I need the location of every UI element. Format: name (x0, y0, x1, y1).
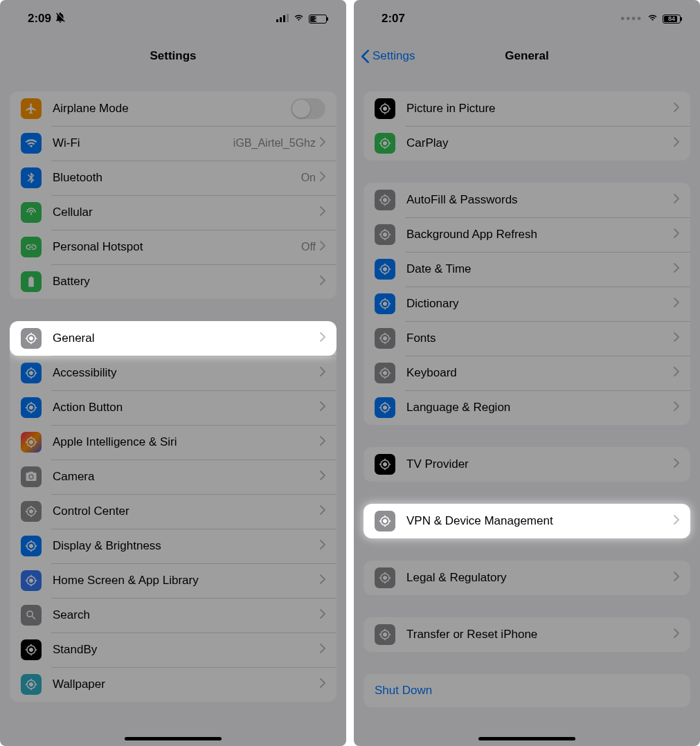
row-home-screen[interactable]: Home Screen & App Library (10, 563, 336, 598)
tv-provider-icon (375, 454, 395, 475)
bell-slash-icon (54, 11, 66, 27)
row-label: Home Screen & App Library (53, 574, 320, 588)
row-carplay[interactable]: CarPlay (364, 126, 690, 161)
status-time: 2:09 (28, 12, 51, 26)
row-autofill[interactable]: AutoFill & Passwords (364, 183, 690, 217)
row-control-center[interactable]: Control Center (10, 494, 336, 529)
back-label: Settings (373, 49, 415, 63)
settings-content[interactable]: Airplane Mode Wi-Fi iGB_Airtel_5Ghz Blue… (0, 75, 346, 746)
row-legal[interactable]: Legal & Regulatory (364, 561, 690, 595)
nav-title: Settings (150, 49, 196, 63)
chevron-right-icon (674, 514, 679, 528)
status-bar: 2:07 •••• 84 (354, 0, 700, 37)
row-action-button[interactable]: Action Button (10, 390, 336, 425)
chevron-right-icon (320, 171, 325, 185)
row-wifi[interactable]: Wi-Fi iGB_Airtel_5Ghz (10, 126, 336, 161)
home-screen-icon (21, 570, 42, 591)
row-battery[interactable]: Battery (10, 264, 336, 299)
toggle[interactable] (291, 98, 325, 119)
row-standby[interactable]: StandBy (10, 633, 336, 667)
battery-icon (21, 271, 42, 292)
row-value: Off (301, 241, 316, 253)
chevron-right-icon (320, 643, 325, 657)
row-label: Airplane Mode (53, 102, 291, 116)
row-airplane[interactable]: Airplane Mode (10, 91, 336, 126)
settings-group: VPN & Device Management (364, 504, 690, 538)
row-transfer-reset[interactable]: Transfer or Reset iPhone (364, 617, 690, 652)
row-value: On (301, 172, 316, 184)
chevron-right-icon (320, 608, 325, 622)
vpn-icon (375, 511, 395, 531)
row-label: Battery (53, 275, 320, 289)
keyboard-icon (375, 363, 395, 383)
row-wallpaper[interactable]: Wallpaper (10, 667, 336, 702)
fonts-icon (375, 328, 395, 349)
settings-group: General Accessibility Action Button Appl… (10, 321, 336, 702)
chevron-right-icon (320, 206, 325, 219)
chevron-right-icon (674, 297, 679, 311)
chevron-left-icon (361, 49, 370, 64)
autofill-icon (375, 190, 395, 210)
chevron-right-icon (320, 240, 325, 254)
wallpaper-icon (21, 674, 42, 695)
status-bar: 2:09 25 (0, 0, 346, 37)
row-label: Dictionary (406, 297, 674, 311)
row-vpn[interactable]: VPN & Device Management (364, 504, 690, 538)
home-indicator[interactable] (125, 737, 222, 740)
row-label: Accessibility (53, 366, 320, 380)
row-hotspot[interactable]: Personal Hotspot Off (10, 230, 336, 264)
row-accessibility[interactable]: Accessibility (10, 356, 336, 390)
row-bluetooth[interactable]: Bluetooth On (10, 161, 336, 195)
nav-bar: Settings General (354, 37, 700, 75)
chevron-right-icon (674, 331, 679, 345)
svg-rect-1 (280, 17, 282, 22)
row-fonts[interactable]: Fonts (364, 321, 690, 356)
general-content[interactable]: Picture in Picture CarPlay AutoFill & Pa… (354, 75, 700, 746)
row-keyboard[interactable]: Keyboard (364, 356, 690, 390)
row-search[interactable]: Search (10, 598, 336, 633)
battery-icon: 84 (663, 15, 681, 24)
battery-icon: 25 (309, 15, 327, 24)
date-time-icon (375, 259, 395, 280)
row-cellular[interactable]: Cellular (10, 195, 336, 230)
airplane-icon (21, 98, 42, 119)
chevron-right-icon (674, 262, 679, 276)
row-pip[interactable]: Picture in Picture (364, 91, 690, 126)
wifi-icon (21, 133, 42, 154)
row-tv-provider[interactable]: TV Provider (364, 447, 690, 482)
chevron-right-icon (320, 136, 325, 150)
row-label: Background App Refresh (406, 228, 674, 242)
row-language-region[interactable]: Language & Region (364, 390, 690, 425)
chevron-right-icon (674, 193, 679, 207)
back-button[interactable]: Settings (361, 49, 415, 64)
svg-rect-0 (276, 19, 278, 22)
screenshot-right: 2:07 •••• 84 Settings General Picture in… (354, 0, 700, 746)
row-label: Language & Region (406, 401, 674, 415)
row-general[interactable]: General (10, 321, 336, 356)
row-label: Transfer or Reset iPhone (406, 628, 674, 642)
row-apple-intelligence[interactable]: Apple Intelligence & Siri (10, 425, 336, 460)
row-label: Camera (53, 470, 320, 484)
row-camera[interactable]: Camera (10, 460, 336, 494)
row-bg-refresh[interactable]: Background App Refresh (364, 217, 690, 252)
row-label: Fonts (406, 331, 674, 345)
shut-down-button[interactable]: Shut Down (364, 674, 690, 707)
cellular-icon (21, 202, 42, 223)
camera-icon (21, 466, 42, 487)
row-label: Wallpaper (53, 677, 320, 691)
row-label: Wi-Fi (53, 136, 233, 150)
chevron-right-icon (674, 136, 679, 150)
row-value: iGB_Airtel_5Ghz (233, 137, 316, 149)
carplay-icon (375, 133, 395, 154)
row-label: Search (53, 608, 320, 622)
chevron-right-icon (674, 628, 679, 642)
shutdown-group: Shut Down (364, 674, 690, 707)
row-label: Legal & Regulatory (406, 571, 674, 585)
row-dictionary[interactable]: Dictionary (364, 286, 690, 321)
row-date-time[interactable]: Date & Time (364, 252, 690, 286)
row-display[interactable]: Display & Brightness (10, 529, 336, 563)
home-indicator[interactable] (478, 737, 575, 740)
wifi-icon (293, 12, 305, 26)
chevron-right-icon (320, 275, 325, 289)
recording-dots-icon: •••• (620, 12, 643, 26)
